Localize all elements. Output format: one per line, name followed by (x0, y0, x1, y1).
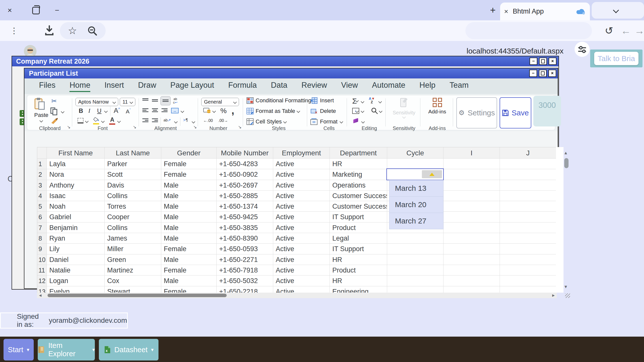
cell-department[interactable]: IT Support (330, 212, 387, 222)
cell-employment[interactable]: Active (273, 233, 330, 244)
cell-i[interactable] (444, 265, 500, 276)
cell-first[interactable]: Noah (47, 201, 105, 212)
cell-cycle[interactable] (387, 265, 444, 276)
cell-mobile[interactable]: +1-650-2885 (217, 191, 273, 201)
cell-j[interactable] (500, 159, 556, 169)
fill-color-icon[interactable] (93, 117, 100, 124)
cell-i[interactable] (444, 233, 500, 244)
column-header-mobile-number[interactable]: Mobile Number (217, 147, 273, 159)
cell-first[interactable]: Logan (47, 276, 105, 286)
cell-j[interactable] (500, 254, 556, 265)
cell-first[interactable]: Gabriel (47, 212, 105, 222)
cell-j[interactable] (500, 201, 556, 212)
cell-last[interactable]: Miller (105, 244, 161, 254)
cell-department[interactable]: Legal (330, 233, 387, 244)
cell-last[interactable]: Green (105, 254, 161, 265)
row-header[interactable]: 1 (37, 159, 47, 169)
cell-gender[interactable]: Male (161, 212, 217, 222)
outer-maximize-button[interactable] (539, 58, 547, 65)
copy-chevron-icon[interactable] (61, 110, 64, 113)
cell-gender[interactable]: Male (161, 222, 217, 233)
new-tab-button[interactable]: + (490, 0, 496, 20)
align-right-icon[interactable] (162, 108, 168, 113)
outer-close-button[interactable]: × (549, 58, 556, 65)
cell-employment[interactable]: Active (273, 254, 330, 265)
text-direction-icon[interactable]: >¶ (183, 118, 188, 122)
spreadsheet[interactable]: First NameLast NameGenderMobile NumberEm… (37, 147, 556, 293)
cell-first[interactable]: Layla (47, 159, 105, 169)
tab-search-menu-button[interactable] (592, 2, 644, 19)
grow-font-button[interactable]: A^ (114, 107, 120, 115)
forward-icon[interactable]: → (634, 20, 644, 41)
back-icon[interactable]: ← (621, 20, 631, 41)
cell-last[interactable]: Parker (105, 159, 161, 169)
browser-tab[interactable]: × Bhtml App (500, 3, 590, 20)
cell-gender[interactable]: Male (161, 276, 217, 286)
cell-first[interactable]: Daniel (47, 254, 105, 265)
cell-dropdown-button[interactable] (422, 170, 442, 178)
row-header[interactable]: 5 (37, 201, 47, 212)
column-header-i[interactable]: I (444, 147, 500, 159)
column-header-j[interactable]: J (500, 147, 556, 159)
cell-department[interactable]: Operations (330, 180, 387, 191)
cell-i[interactable] (444, 254, 500, 265)
cell-gender[interactable]: Female (161, 265, 217, 276)
outer-minimize-button[interactable]: − (530, 58, 537, 65)
cell-last[interactable]: Stewart (105, 286, 161, 293)
percent-style-button[interactable]: % (220, 107, 227, 115)
row-header[interactable]: 3 (37, 180, 47, 191)
merge-center-icon[interactable]: ↔ (171, 108, 179, 113)
dropdown-option-march-20[interactable]: March 20 (389, 196, 443, 213)
autosum-icon[interactable]: Σ (352, 97, 357, 105)
save-button[interactable]: Save (500, 97, 531, 128)
corner-header[interactable] (37, 147, 47, 159)
cell-first[interactable]: Ryan (47, 233, 105, 244)
cut-icon[interactable]: ✂ (51, 97, 57, 105)
comma-style-button[interactable]: , (231, 105, 234, 116)
cell-j[interactable] (500, 244, 556, 254)
cell-department[interactable]: Engineering (330, 286, 387, 293)
align-left-icon[interactable] (142, 108, 148, 113)
menu-tab-page-layout[interactable]: Page Layout (170, 81, 214, 92)
align-center-icon[interactable] (152, 108, 158, 113)
accounting-format-icon[interactable] (203, 107, 211, 115)
find-select-icon[interactable] (371, 107, 378, 115)
cell-i[interactable] (444, 159, 500, 169)
orientation-icon[interactable]: ab↗ (164, 118, 171, 122)
browser-restore-icon[interactable] (32, 7, 40, 14)
kebab-menu-icon[interactable]: ⋮ (10, 20, 18, 41)
row-header[interactable]: 4 (37, 191, 47, 201)
browser-close-icon[interactable]: × (8, 0, 12, 20)
cell-department[interactable]: Product (330, 265, 387, 276)
cell-cycle[interactable] (387, 244, 444, 254)
vertical-scroll-thumb[interactable] (564, 158, 569, 168)
decrease-decimal-icon[interactable]: .00→ (218, 119, 228, 122)
tab-close-icon[interactable]: × (504, 8, 508, 16)
cell-j[interactable] (500, 222, 556, 233)
italic-button[interactable]: I (88, 107, 90, 114)
horizontal-scroll-thumb[interactable] (48, 294, 227, 297)
cell-department[interactable]: Product (330, 222, 387, 233)
inner-minimize-button[interactable]: − (529, 70, 537, 77)
borders-chevron-icon[interactable] (85, 119, 89, 123)
merge-chevron-icon[interactable] (181, 109, 184, 113)
cell-last[interactable]: Cox (105, 276, 161, 286)
sort-filter-chevron-icon[interactable] (378, 100, 382, 103)
cell-gender[interactable]: Female (161, 159, 217, 169)
cell-gender[interactable]: Female (161, 286, 217, 293)
cell-first[interactable]: Benjamin (47, 222, 105, 233)
cell-employment[interactable]: Active (273, 169, 330, 180)
cell-last[interactable]: James (105, 233, 161, 244)
column-header-last-name[interactable]: Last Name (105, 147, 161, 159)
row-header[interactable]: 12 (37, 276, 47, 286)
delete-cells-button[interactable]: × Delete (310, 108, 358, 114)
cell-gender[interactable]: Male (161, 233, 217, 244)
cell-last[interactable]: Collins (105, 222, 161, 233)
cell-last[interactable]: Martinez (105, 265, 161, 276)
cell-employment[interactable]: Active (273, 265, 330, 276)
cell-last[interactable]: Torres (105, 201, 161, 212)
cell-cycle[interactable] (387, 159, 444, 169)
cell-j[interactable] (500, 286, 556, 293)
cell-mobile[interactable]: +1-650-2218 (217, 286, 273, 293)
cell-j[interactable] (500, 276, 556, 286)
